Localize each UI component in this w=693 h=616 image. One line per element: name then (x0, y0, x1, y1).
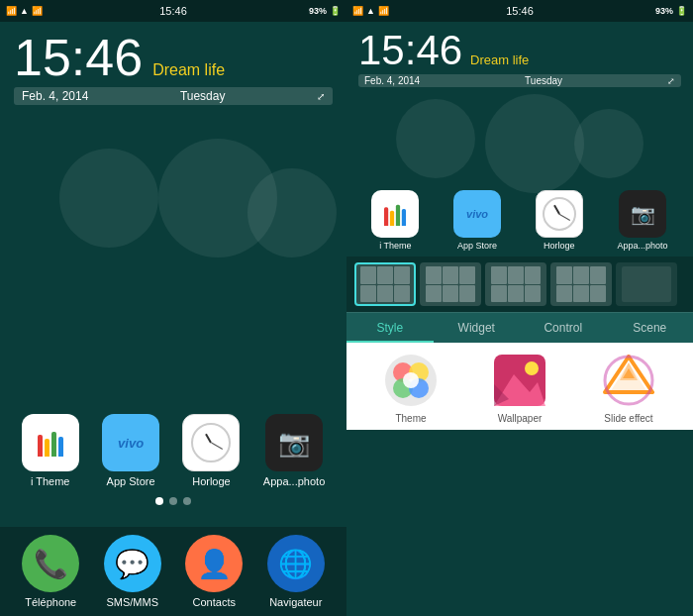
left-app-camera[interactable]: 📷 Appa...photo (263, 414, 325, 487)
tc6 (394, 285, 410, 303)
left-dock-phone[interactable]: 📞 Téléphone (22, 535, 79, 608)
left-status-right: 93% 🔋 (309, 6, 341, 16)
palette-svg (385, 355, 437, 406)
battery-icon-left: 🔋 (330, 6, 341, 16)
left-dock-contacts[interactable]: 👤 Contacts (185, 535, 243, 608)
tabs-row: Style Widget Control Scene (346, 312, 693, 343)
minute-hand (211, 443, 223, 450)
bubble-3 (248, 168, 337, 257)
tab-style[interactable]: Style (346, 313, 434, 343)
right-wifi-icon: ▲ (366, 6, 375, 16)
phone-icon: 📞 (22, 535, 79, 592)
right-clock-label: Dream life (470, 52, 529, 67)
right-panel: 📶 ▲ 📶 15:46 93% 🔋 15:46 Dream life Feb. … (346, 0, 693, 616)
right-notification-icon: 📶 (352, 6, 363, 16)
tc22 (556, 285, 572, 303)
tc15 (525, 266, 541, 284)
browser-icon: 🌐 (267, 535, 325, 592)
thumbnail-3[interactable] (485, 262, 546, 306)
rp-green (396, 204, 400, 225)
contacts-icon: 👤 (185, 535, 243, 592)
right-analog-clock (543, 197, 576, 231)
wifi-icon: ▲ (20, 6, 29, 16)
left-app-horloge[interactable]: Horloge (182, 414, 240, 487)
left-camera-label: Appa...photo (263, 475, 325, 487)
svg-point-8 (525, 361, 539, 375)
thumbnails-row (346, 257, 693, 312)
thumb-grid-2 (426, 266, 475, 302)
left-horloge-label: Horloge (192, 475, 231, 487)
dot-1 (155, 497, 163, 505)
right-appstore-label: App Store (457, 241, 497, 251)
tc5 (377, 285, 393, 303)
rp-yellow (390, 210, 394, 225)
right-app-appstore[interactable]: vivo App Store (453, 190, 501, 251)
right-app-camera[interactable]: 📷 Appa...photo (618, 190, 668, 251)
bottom-slideeffect-label: Slide effect (604, 413, 652, 424)
right-camera-icon: 📷 (619, 190, 666, 238)
left-itheme-label: i Theme (31, 475, 70, 487)
tc19 (556, 266, 572, 284)
tc24 (590, 285, 606, 303)
tab-scene[interactable]: Scene (607, 313, 694, 343)
right-phone-preview: 📶 ▲ 📶 15:46 93% 🔋 15:46 Dream life Feb. … (346, 0, 693, 616)
right-minute-hand (559, 214, 571, 221)
pencil-yellow (45, 439, 50, 457)
thumbnail-5[interactable] (616, 262, 677, 306)
bubble-2 (158, 139, 277, 257)
left-itheme-icon (22, 414, 79, 471)
tc1 (360, 266, 376, 284)
thumbnail-1[interactable] (354, 262, 416, 306)
tc23 (573, 285, 589, 303)
right-itheme-label: i Theme (379, 241, 411, 251)
right-app-itheme[interactable]: i Theme (371, 190, 419, 251)
rp-blue (402, 208, 406, 225)
left-date: Feb. 4, 2014 (22, 89, 88, 103)
bottom-theme-item[interactable]: Theme (383, 353, 439, 424)
right-bubble-2 (485, 94, 584, 193)
pencil-blue (58, 437, 63, 457)
tab-control[interactable]: Control (520, 313, 607, 343)
wallpaper-circle-icon (492, 353, 547, 408)
thumb-grid-3 (491, 266, 541, 302)
tc7 (426, 266, 442, 284)
thumb-grid-1 (360, 266, 410, 302)
left-appstore-label: App Store (107, 475, 155, 487)
rp-red (384, 207, 388, 226)
right-itheme-icon (371, 190, 419, 238)
theme-circle-icon (383, 353, 439, 408)
bottom-slideeffect-item[interactable]: Slide effect (601, 353, 656, 424)
left-clock-display: 15:46 (159, 5, 187, 17)
pencil-green (51, 432, 56, 457)
right-app-horloge[interactable]: Horloge (536, 190, 583, 251)
tab-widget[interactable]: Widget (434, 313, 521, 343)
dot-3 (183, 497, 191, 505)
thumbnail-2[interactable] (420, 262, 481, 306)
left-phone-label: Téléphone (25, 596, 76, 608)
left-status-icons: 📶 ▲ 📶 (6, 6, 43, 16)
thumbnail-4[interactable] (550, 262, 612, 306)
bottom-wallpaper-item[interactable]: Wallpaper (492, 353, 547, 424)
right-bubble-3 (574, 109, 644, 178)
right-date: Feb. 4, 2014 (364, 75, 420, 86)
left-day: Tuesday (180, 89, 226, 103)
left-app-icons-row: i Theme vivo App Store Horloge 📷 Appa. (0, 414, 346, 487)
right-signal-icon: 📶 (378, 6, 389, 16)
thumb-empty (622, 266, 671, 302)
vivo-text: vivo (118, 436, 144, 451)
right-camera-label: Appa...photo (618, 241, 668, 251)
tc9 (459, 266, 475, 284)
tc14 (508, 266, 524, 284)
tc13 (491, 266, 507, 284)
expand-icon: ⤢ (317, 91, 325, 102)
tc4 (360, 285, 376, 303)
tc11 (443, 285, 458, 303)
left-app-appstore[interactable]: vivo App Store (102, 414, 159, 487)
left-sms-label: SMS/MMS (106, 596, 158, 608)
right-vivo-text: vivo (466, 208, 488, 220)
left-dock-browser[interactable]: 🌐 Navigateur (267, 535, 325, 608)
left-app-itheme[interactable]: i Theme (22, 414, 79, 487)
left-dock-sms[interactable]: 💬 SMS/MMS (104, 535, 161, 608)
notification-icon: 📶 (6, 6, 17, 16)
pencils-icon (35, 428, 66, 459)
